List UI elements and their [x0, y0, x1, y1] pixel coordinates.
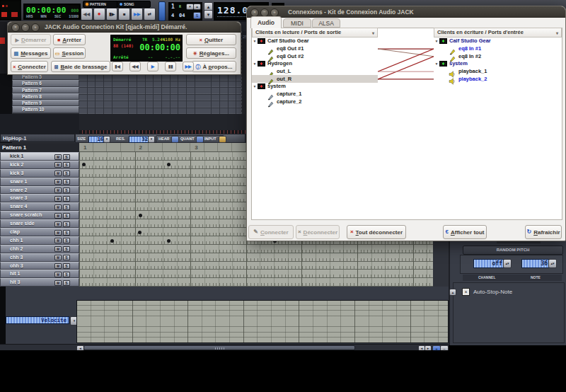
propos-button[interactable]: ⓘÀ propos... — [192, 61, 236, 72]
meter-s-button[interactable]: S — [193, 12, 201, 19]
tree-port-row[interactable]: eq8 In #1 — [434, 45, 562, 52]
solo-button[interactable]: S — [63, 255, 70, 260]
qjackctl-titlebar[interactable]: × − + JACK Audio Connection Kit [qjack-m… — [8, 22, 241, 33]
output-ports-tree[interactable]: ▼Calf Studio Geareq8 Out #1eq8 Out #2▼Hy… — [252, 38, 378, 219]
random-pitch-bar[interactable]: RANDOM PITCH — [463, 246, 563, 255]
tab-alsa[interactable]: ALSA — [312, 18, 340, 28]
mute-button[interactable]: M — [54, 272, 62, 277]
channel-spinner[interactable]: ▴▾ — [503, 259, 512, 268]
rafra-chir-button[interactable]: ↻Rafraîchir — [525, 225, 562, 239]
disclosure-triangle-icon[interactable]: ▼ — [434, 39, 439, 43]
mute-button[interactable]: M — [54, 179, 62, 185]
hear-toggle-button[interactable] — [171, 136, 179, 143]
input-toggle-button[interactable] — [219, 136, 226, 143]
mute-button[interactable]: M — [54, 204, 62, 210]
tree-port-row[interactable]: playback_1 — [434, 67, 562, 75]
note-spinner[interactable]: ▴▾ — [548, 259, 557, 268]
res-value-lcd[interactable]: 32 — [129, 136, 149, 143]
meter-up-button[interactable]: ▴ — [193, 4, 201, 10]
note-value-lcd[interactable]: 36 — [521, 259, 550, 268]
disclosure-triangle-icon[interactable]: ▼ — [252, 39, 258, 43]
jack-forward-button[interactable]: ▶▶ — [183, 62, 194, 71]
meter-display[interactable]: 1 R 4 04 ▴ ▾ S — [168, 2, 202, 21]
tree-port-row[interactable]: eq8 In #2 — [434, 52, 562, 60]
connecter-button[interactable]: ×Connecter — [11, 61, 48, 72]
tree-client-row[interactable]: ▼Calf Studio Gear — [434, 38, 562, 45]
grid-row[interactable] — [79, 253, 433, 262]
grid-row[interactable] — [79, 270, 433, 278]
solo-button[interactable]: S — [63, 154, 70, 160]
instrument-row[interactable]: snare 3MS — [0, 194, 79, 202]
channel-value-lcd[interactable]: off — [473, 259, 504, 268]
tree-client-row[interactable]: ▼Calf Studio Gear — [252, 38, 378, 45]
bpm-down-button[interactable]: ▾ — [204, 10, 213, 19]
velocity-grid[interactable] — [76, 300, 449, 343]
instrument-row[interactable]: kick 1MS — [0, 152, 79, 161]
mute-button[interactable]: M — [54, 246, 62, 252]
instrument-row[interactable]: ohh 3MS — [0, 262, 79, 270]
size-dropdown-button[interactable]: ▾ — [103, 136, 110, 143]
grid-row[interactable] — [79, 262, 433, 270]
tree-port-row[interactable]: out_R — [252, 75, 378, 83]
connecter-button[interactable]: ✎Connecter — [248, 225, 294, 239]
res-dropdown-button[interactable]: ▾ — [148, 136, 155, 143]
instrument-row[interactable]: kick 2MS — [0, 161, 79, 169]
stop-button[interactable]: ■ — [118, 8, 130, 21]
instrument-row[interactable]: clapMS — [0, 228, 79, 236]
solo-button[interactable]: S — [63, 230, 70, 236]
mute-button[interactable]: M — [54, 221, 62, 227]
size-value-lcd[interactable]: 16 — [88, 136, 104, 143]
note-dot[interactable] — [82, 163, 86, 166]
note-dot[interactable] — [167, 163, 171, 166]
session-button[interactable]: ▭Session — [53, 47, 86, 59]
solo-button[interactable]: S — [63, 272, 70, 277]
mute-button[interactable]: M — [54, 255, 62, 260]
dialog-titlebar[interactable]: × − + Connexions - Kit de Connexion Audi… — [247, 6, 565, 18]
solo-button[interactable]: S — [63, 204, 70, 210]
mute-button[interactable]: M — [54, 171, 62, 176]
jack-play-button[interactable]: ▶ — [147, 62, 158, 71]
tab-audio[interactable]: Audio — [250, 16, 282, 28]
velocity-property-lcd[interactable]: Velocite — [6, 316, 69, 324]
mute-button[interactable]: M — [54, 188, 62, 193]
mute-button[interactable]: M — [54, 213, 62, 219]
d-connecter-button[interactable]: ×Déconnecter — [296, 225, 340, 239]
tree-port-row[interactable]: out_L — [252, 67, 378, 75]
song-matrix-grid[interactable] — [79, 74, 246, 114]
solo-button[interactable]: S — [63, 179, 70, 185]
quitter-button[interactable]: ×Quitter — [186, 34, 236, 45]
quant-toggle-button[interactable] — [196, 136, 204, 143]
mute-button[interactable]: M — [54, 196, 62, 202]
disclosure-triangle-icon[interactable]: ▼ — [252, 62, 258, 66]
readable-clients-header[interactable]: Clients en lecture / Ports de sortie ▾ — [252, 28, 378, 38]
solo-button[interactable]: S — [63, 221, 70, 227]
close-button[interactable]: × — [11, 23, 20, 32]
song-pattern-row[interactable]: Pattern 7 — [12, 87, 79, 93]
note-dot[interactable] — [138, 231, 142, 234]
instrument-row[interactable]: chh 1MS — [0, 236, 79, 245]
tree-port-row[interactable]: eq8 Out #1 — [252, 45, 378, 52]
instrument-row[interactable]: snare sideMS — [0, 219, 79, 228]
loop-button[interactable]: ⇄ — [144, 8, 156, 21]
solo-button[interactable]: S — [63, 238, 70, 243]
solo-button[interactable]: S — [63, 171, 70, 176]
instrument-row[interactable]: snare scratchMS — [0, 211, 79, 219]
tree-port-row[interactable]: capture_1 — [252, 90, 378, 98]
tree-client-row[interactable]: ▼system — [434, 60, 562, 68]
record-button[interactable]: ● — [93, 8, 105, 21]
song-pattern-row[interactable]: Pattern 6 — [12, 80, 79, 86]
solo-button[interactable]: S — [63, 246, 70, 252]
grid-row[interactable] — [79, 245, 433, 253]
instrument-row[interactable]: snare 4MS — [0, 202, 79, 211]
solo-button[interactable]: S — [63, 280, 70, 286]
tout-d-connecter-button[interactable]: ×Tout déconnecter — [347, 225, 406, 239]
rewind-button[interactable]: ◀◀ — [81, 8, 93, 21]
writable-clients-header[interactable]: Clients en écriture / Ports d'entrée ▾ — [434, 28, 562, 38]
tree-client-row[interactable]: ▼Hydrogen — [252, 60, 378, 68]
note-dot[interactable] — [139, 214, 142, 217]
pattern-mode-button[interactable]: PATTERN — [83, 1, 118, 8]
solo-button[interactable]: S — [63, 196, 70, 202]
song-pattern-row[interactable]: Pattern 10 — [12, 106, 79, 113]
arr-ter-button[interactable]: ■Arrêter — [53, 34, 86, 45]
instrument-row[interactable]: snare 2MS — [0, 186, 79, 195]
